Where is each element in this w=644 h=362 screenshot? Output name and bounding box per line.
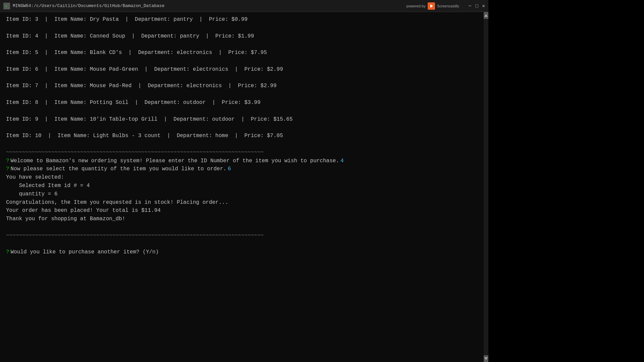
you-have-selected-header: You have selected: bbox=[6, 173, 482, 182]
maximize-button[interactable]: □ bbox=[475, 3, 478, 9]
list-item-spacer bbox=[6, 123, 482, 132]
terminal-window: >_ MINGW64:/c/Users/Caitlin/Documents/Gi… bbox=[0, 0, 488, 362]
powered-by-label: powered by bbox=[407, 4, 426, 8]
screencastify-branding: powered by Screencastify bbox=[407, 2, 459, 10]
prompt-symbol-2: ? bbox=[6, 165, 9, 173]
thank-you-message: Thank you for shopping at Bamazon_db! bbox=[6, 215, 482, 223]
welcome-message: Welcome to Bamazon's new ordering system… bbox=[11, 157, 339, 165]
order-placed-message: Your order has been placed! Your total i… bbox=[6, 206, 482, 215]
scrollbar-arrow-down[interactable] bbox=[484, 355, 488, 362]
selected-item-id: Selected Item id # = 4 bbox=[6, 182, 482, 190]
svg-marker-4 bbox=[484, 14, 488, 17]
list-item: Item ID: 6 | Item Name: Mouse Pad-Green … bbox=[6, 65, 482, 74]
screencastify-name: Screencastify bbox=[437, 4, 459, 8]
list-item-spacer bbox=[6, 140, 482, 148]
prompt-quantity: ? Now please select the quantity of the … bbox=[6, 165, 482, 173]
list-item-spacer bbox=[6, 24, 482, 32]
svg-marker-5 bbox=[484, 357, 488, 360]
another-item-prompt: Would you like to purchase another item?… bbox=[11, 248, 159, 256]
prompt-symbol-1: ? bbox=[6, 157, 9, 165]
list-item: Item ID: 5 | Item Name: Blank CD's | Dep… bbox=[6, 49, 482, 57]
list-item: Item ID: 8 | Item Name: Potting Soil | D… bbox=[6, 99, 482, 107]
user-input-qty: 6 bbox=[228, 165, 231, 173]
list-item: Item ID: 7 | Item Name: Mouse Pad-Red | … bbox=[6, 82, 482, 90]
prompt-welcome: ? Welcome to Bamazon's new ordering syst… bbox=[6, 157, 482, 165]
prompt-symbol-3: ? bbox=[6, 248, 9, 256]
list-item-spacer bbox=[6, 57, 482, 65]
terminal-content: Item ID: 3 | Item Name: Dry Pasta | Depa… bbox=[0, 12, 488, 362]
in-stock-message: Congratulations, the Item you requested … bbox=[6, 198, 482, 207]
list-item-spacer bbox=[6, 90, 482, 99]
prompt-another: ? Would you like to purchase another ite… bbox=[6, 248, 482, 256]
quantity-message: Now please select the quantity of the it… bbox=[11, 165, 226, 173]
spacer-before-final bbox=[6, 240, 482, 248]
minimize-button[interactable]: ─ bbox=[469, 3, 471, 9]
selected-quantity: quantity = 6 bbox=[6, 190, 482, 198]
list-item-spacer bbox=[6, 40, 482, 49]
scrollbar-arrow-up[interactable] bbox=[484, 12, 488, 19]
scrollbar[interactable] bbox=[484, 12, 488, 362]
screencastify-icon bbox=[428, 2, 435, 10]
list-item: Item ID: 9 | Item Name: 10'in Table-top … bbox=[6, 115, 482, 124]
list-item-spacer bbox=[6, 107, 482, 115]
titlebar: >_ MINGW64:/c/Users/Caitlin/Documents/Gi… bbox=[0, 0, 488, 12]
separator-line-1: ~~~~~~~~~~~~~~~~~~~~~~~~~~~~~~~~~~~~~~~~… bbox=[6, 148, 482, 157]
list-item: Item ID: 4 | Item Name: Canned Soup | De… bbox=[6, 32, 482, 41]
svg-text:>_: >_ bbox=[5, 4, 9, 8]
separator-line-2: ~~~~~~~~~~~~~~~~~~~~~~~~~~~~~~~~~~~~~~~~… bbox=[6, 232, 482, 240]
list-item: Item ID: 3 | Item Name: Dry Pasta | Depa… bbox=[6, 15, 482, 24]
list-item: Item ID: 10 | Item Name: Light Bulbs - 3… bbox=[6, 132, 482, 140]
spacer-after-order bbox=[6, 223, 482, 232]
titlebar-controls: powered by Screencastify ─ □ ✕ bbox=[407, 2, 485, 10]
close-button[interactable]: ✕ bbox=[482, 3, 485, 9]
terminal-icon: >_ bbox=[3, 3, 10, 9]
user-input-id: 4 bbox=[340, 157, 344, 165]
list-item-spacer bbox=[6, 74, 482, 82]
